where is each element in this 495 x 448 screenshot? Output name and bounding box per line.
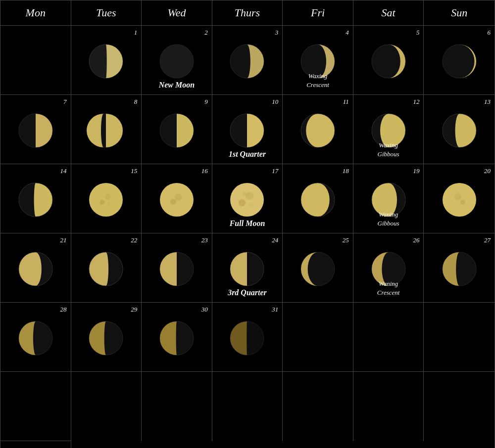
day-cell-10: 10 1st Quarter xyxy=(212,95,283,164)
day-header-fri: Fri xyxy=(283,0,353,25)
svg-point-2 xyxy=(160,45,194,78)
svg-point-17 xyxy=(99,200,104,205)
day-number: 19 xyxy=(413,167,419,175)
moon-phase-image xyxy=(227,42,267,81)
moon-phase-image xyxy=(86,111,126,150)
moon-phase-image xyxy=(16,318,55,358)
day-number: 3 xyxy=(275,29,279,37)
moon-calendar: MonTuesWedThursFriSatSun 1 2 New Moon3 4… xyxy=(0,0,495,448)
empty-cell xyxy=(0,372,71,441)
moon-phase-image xyxy=(440,249,479,289)
moon-phase-image xyxy=(86,180,126,220)
empty-cell xyxy=(212,372,283,441)
empty-cell xyxy=(0,441,71,448)
day-cell-8: 8 xyxy=(71,95,142,164)
day-cell-12: 12 WaxingGibbous xyxy=(353,95,424,164)
day-number: 2 xyxy=(204,29,208,37)
moon-phase-image xyxy=(157,249,197,289)
day-number: 7 xyxy=(63,98,67,106)
day-header-wed: Wed xyxy=(142,0,212,25)
day-cell-6: 6 xyxy=(424,26,495,95)
day-number: 9 xyxy=(204,98,208,106)
day-header-thurs: Thurs xyxy=(212,0,283,25)
day-number: 25 xyxy=(343,236,349,244)
day-cell-15: 15 xyxy=(71,164,142,233)
day-number: 15 xyxy=(131,167,137,175)
moon-phase-image xyxy=(16,111,55,150)
moon-phase-image xyxy=(86,42,126,81)
day-number: 26 xyxy=(413,236,419,244)
svg-point-22 xyxy=(230,183,264,217)
day-number: 20 xyxy=(484,167,491,175)
phase-label: 1st Quarter xyxy=(216,149,279,160)
phase-label: 3rd Quarter xyxy=(216,287,279,298)
day-cell-29: 29 xyxy=(71,303,142,372)
day-cell-2: 2 New Moon xyxy=(142,26,212,95)
day-number: 13 xyxy=(484,98,491,106)
day-cell-22: 22 xyxy=(71,233,142,303)
day-header-sun: Sun xyxy=(424,0,495,25)
day-number: 24 xyxy=(272,236,278,244)
moon-phase-image xyxy=(227,318,267,358)
day-cell-7: 7 xyxy=(0,95,71,164)
day-cell-28: 28 xyxy=(0,303,71,372)
moon-phase-image xyxy=(157,111,197,150)
day-header-tues: Tues xyxy=(71,0,142,25)
phase-label: WaxingGibbous xyxy=(357,141,420,159)
day-number: 31 xyxy=(272,306,278,314)
day-cell-5: 5 xyxy=(353,26,424,95)
empty-cell xyxy=(283,303,353,372)
moon-phase-image xyxy=(16,249,55,289)
day-cell-16: 16 xyxy=(142,164,212,233)
day-cell-27: 27 xyxy=(424,233,495,303)
moon-phase-image xyxy=(298,111,338,150)
day-cell-3: 3 xyxy=(212,26,283,95)
svg-point-21 xyxy=(170,199,176,205)
day-number: 28 xyxy=(60,306,67,314)
day-number: 18 xyxy=(343,167,349,175)
phase-label: New Moon xyxy=(145,80,208,90)
day-number: 27 xyxy=(484,236,491,244)
day-number: 4 xyxy=(346,29,349,37)
moon-phase-image xyxy=(227,249,267,289)
calendar-header: MonTuesWedThursFriSatSun xyxy=(0,0,495,26)
empty-cell xyxy=(142,372,212,441)
moon-phase-image xyxy=(86,318,126,358)
moon-phase-image xyxy=(440,180,479,220)
moon-phase-image xyxy=(227,111,267,150)
moon-phase-image xyxy=(16,180,55,220)
moon-phase-image xyxy=(86,249,126,289)
day-number: 5 xyxy=(416,29,420,37)
day-cell-20: 20 xyxy=(424,164,495,233)
empty-cell xyxy=(283,372,353,441)
day-number: 29 xyxy=(131,306,137,314)
day-cell-24: 24 3rd Quarter xyxy=(212,233,283,303)
day-cell-19: 19 WaningGibbous xyxy=(353,164,424,233)
empty-cell xyxy=(0,26,71,95)
day-number: 12 xyxy=(413,98,419,106)
svg-point-26 xyxy=(243,192,247,196)
svg-point-24 xyxy=(239,199,246,206)
moon-phase-image xyxy=(440,111,479,150)
day-header-sat: Sat xyxy=(353,0,424,25)
svg-point-15 xyxy=(89,183,123,217)
phase-label: WaningCrescent xyxy=(357,279,420,297)
day-cell-30: 30 xyxy=(142,303,212,372)
day-cell-23: 23 xyxy=(142,233,212,303)
day-cell-9: 9 xyxy=(142,95,212,164)
day-cell-26: 26 WaningCrescent xyxy=(353,233,424,303)
day-number: 17 xyxy=(272,167,278,175)
day-cell-31: 31 xyxy=(212,303,283,372)
day-number: 10 xyxy=(272,98,278,106)
svg-point-23 xyxy=(246,192,253,200)
day-cell-25: 25 xyxy=(283,233,353,303)
day-number: 16 xyxy=(201,167,208,175)
svg-point-25 xyxy=(248,202,253,207)
moon-phase-image xyxy=(157,180,197,220)
moon-phase-image xyxy=(157,318,197,358)
day-cell-4: 4 WaxingCrescent xyxy=(283,26,353,95)
empty-cell xyxy=(424,372,495,441)
moon-phase-image xyxy=(227,180,267,220)
empty-cell xyxy=(353,372,424,441)
day-number: 11 xyxy=(343,98,349,106)
